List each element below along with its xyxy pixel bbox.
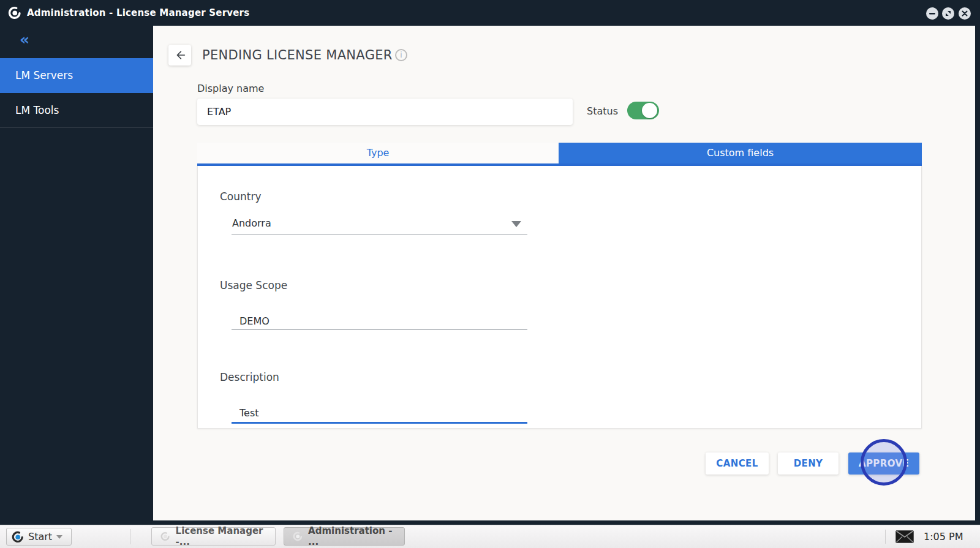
page-title: PENDING LICENSE MANAGER bbox=[202, 48, 393, 62]
status-toggle[interactable] bbox=[627, 102, 659, 119]
arrow-left-icon bbox=[173, 48, 187, 62]
sidebar-item-label: LM Tools bbox=[15, 104, 59, 116]
tab-custom-fields[interactable]: Custom fields bbox=[559, 143, 922, 163]
app-logo-icon bbox=[8, 6, 21, 20]
sidebar: « LM Servers LM Tools bbox=[0, 26, 153, 520]
taskbar-item-license-manager[interactable]: License Manager -... bbox=[151, 527, 276, 546]
display-name-input[interactable] bbox=[197, 99, 573, 125]
close-icon bbox=[961, 10, 968, 17]
back-button[interactable] bbox=[168, 45, 191, 66]
sidebar-item-lm-tools[interactable]: LM Tools bbox=[0, 93, 153, 128]
minimize-icon bbox=[929, 10, 936, 17]
display-name-label: Display name bbox=[197, 83, 264, 94]
taskbar-clock: 1:05 PM bbox=[924, 525, 963, 548]
sidebar-item-lm-servers[interactable]: LM Servers bbox=[0, 58, 153, 93]
custom-fields-panel: Country Andorra Usage Scope DEMO Descrip… bbox=[197, 166, 922, 429]
chevron-double-left-icon: « bbox=[20, 31, 29, 48]
usage-scope-label: Usage Scope bbox=[220, 279, 287, 291]
sidebar-item-label: LM Servers bbox=[15, 69, 73, 81]
window-title: Administration - License Manager Servers bbox=[27, 0, 249, 26]
maximize-icon bbox=[944, 10, 952, 17]
main-content: PENDING LICENSE MANAGER i Display name S… bbox=[153, 26, 975, 520]
country-underline bbox=[232, 235, 527, 235]
start-logo-icon bbox=[12, 531, 24, 543]
window-titlebar: Administration - License Manager Servers bbox=[0, 0, 980, 26]
taskbar-item-administration[interactable]: Administration - ... bbox=[284, 527, 405, 546]
maximize-button[interactable] bbox=[942, 7, 954, 20]
app-window: Administration - License Manager Servers… bbox=[0, 0, 980, 525]
tab-bar: Type Custom fields bbox=[197, 143, 922, 163]
app-logo-icon bbox=[160, 531, 170, 542]
toggle-knob bbox=[642, 103, 657, 118]
sidebar-collapse-button[interactable]: « bbox=[20, 31, 29, 48]
country-dropdown[interactable]: Andorra bbox=[232, 217, 271, 229]
usage-scope-underline bbox=[232, 329, 527, 330]
start-label: Start bbox=[28, 531, 52, 542]
taskbar-divider bbox=[130, 529, 130, 544]
taskbar-divider bbox=[885, 530, 886, 544]
mail-icon[interactable] bbox=[895, 530, 914, 543]
dropdown-arrow-icon[interactable] bbox=[511, 221, 521, 227]
screen: Administration - License Manager Servers… bbox=[0, 0, 980, 548]
status-label: Status bbox=[587, 105, 618, 117]
description-label: Description bbox=[220, 371, 279, 383]
info-icon[interactable]: i bbox=[395, 49, 407, 61]
approve-button[interactable]: APPROVE bbox=[848, 452, 919, 475]
taskbar-item-label: Administration - ... bbox=[308, 525, 396, 547]
minimize-button[interactable] bbox=[926, 7, 938, 20]
country-label: Country bbox=[220, 190, 262, 203]
usage-scope-field[interactable]: DEMO bbox=[239, 315, 270, 327]
start-button[interactable]: Start bbox=[6, 528, 72, 546]
description-underline-focused bbox=[232, 422, 527, 424]
cancel-button[interactable]: CANCEL bbox=[706, 452, 769, 475]
taskbar-item-label: License Manager -... bbox=[176, 525, 266, 547]
tab-type[interactable]: Type bbox=[197, 143, 559, 163]
close-button[interactable] bbox=[959, 7, 971, 20]
app-logo-icon bbox=[293, 531, 303, 542]
description-field[interactable]: Test bbox=[239, 407, 259, 419]
deny-button[interactable]: DENY bbox=[778, 452, 839, 475]
taskbar: Start License Manager -... Administratio… bbox=[0, 525, 980, 548]
start-caret-icon bbox=[56, 535, 62, 539]
